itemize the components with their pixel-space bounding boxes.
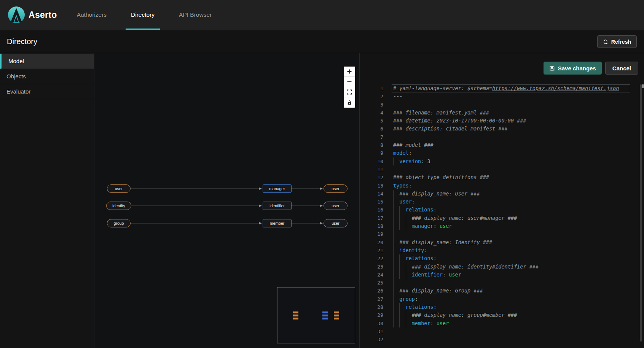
code-line[interactable]: 31 (360, 327, 644, 335)
tab-directory[interactable]: Directory (129, 0, 156, 30)
code-line[interactable]: 12### object type definitions ### (360, 173, 644, 181)
indent-guide (393, 279, 394, 287)
sidebar-item-objects[interactable]: Objects (0, 69, 94, 84)
code-line[interactable]: 22 relations: (360, 254, 644, 262)
indent-guide (399, 263, 400, 271)
code-line[interactable]: 1# yaml-language-server: $schema=https:/… (360, 84, 644, 92)
plus-icon (346, 68, 352, 75)
line-number: 25 (360, 279, 383, 287)
cancel-button[interactable]: Cancel (605, 62, 638, 75)
code-editor[interactable]: 1# yaml-language-server: $schema=https:/… (360, 84, 644, 348)
code-line[interactable]: 26 ### display_name: Group ### (360, 287, 644, 295)
indent-guide (393, 271, 394, 279)
code-token: : (412, 199, 415, 205)
nav-tabs: Authorizers Directory API Browser (75, 0, 214, 30)
code-line[interactable]: 20 ### display_name: Identity ### (360, 238, 644, 246)
zoom-in-button[interactable] (344, 67, 355, 77)
code-line[interactable]: 3 (360, 101, 644, 109)
graph-node-group[interactable]: group (107, 219, 131, 227)
refresh-icon (603, 39, 608, 44)
code-token (393, 215, 412, 221)
line-number: 26 (360, 287, 383, 295)
line-number: 1 (360, 84, 383, 92)
graph-node-user[interactable]: user (107, 184, 131, 193)
graph-node-identifier[interactable]: identifier (263, 202, 292, 210)
sidebar-item-evaluator[interactable]: Evaluator (0, 84, 94, 99)
code-line[interactable]: 6### description: citadel manifest ### (360, 125, 644, 133)
code-line[interactable]: 28 relations: (360, 303, 644, 311)
code-token (393, 158, 399, 164)
code-line[interactable]: 14 ### display_name: User ### (360, 190, 644, 198)
code-token: ### display_name: identity#identifier ##… (412, 264, 539, 270)
save-changes-label: Save changes (558, 65, 596, 72)
code-line[interactable]: 9model: (360, 149, 644, 157)
indent-guide (393, 190, 394, 198)
zoom-out-button[interactable] (344, 77, 355, 87)
graph-node-user[interactable]: user (324, 202, 348, 210)
code-line[interactable]: 29 ### display_name: group#member ### (360, 311, 644, 319)
indent-guide (393, 319, 394, 327)
graph-node-manager[interactable]: manager (263, 184, 292, 193)
code-line[interactable]: 25 (360, 279, 644, 287)
code-line[interactable]: 32 (360, 335, 644, 343)
indent-guide (399, 206, 400, 214)
sidebar-item-model[interactable]: Model (0, 54, 94, 69)
tab-authorizers[interactable]: Authorizers (75, 0, 108, 30)
code-token: user (440, 223, 452, 229)
code-token: user (449, 272, 461, 278)
line-number: 16 (360, 206, 383, 214)
code-line[interactable]: 7 (360, 133, 644, 141)
minimap-node (293, 318, 298, 319)
editor-scrollbar[interactable] (640, 84, 642, 342)
minimap[interactable] (277, 287, 355, 343)
minimap-node (334, 315, 339, 316)
code-line[interactable]: 8### model ### (360, 141, 644, 149)
graph-node-identity[interactable]: identity (106, 202, 131, 210)
code-token: user (437, 320, 449, 326)
cancel-label: Cancel (612, 65, 631, 72)
code-token: ### display_name: Identity ### (399, 239, 492, 245)
graph-node-user[interactable]: user (324, 184, 348, 193)
sidebar: Model Objects Evaluator (0, 53, 94, 348)
code-token: : (434, 255, 437, 261)
code-line[interactable]: 19 (360, 230, 644, 238)
line-number: 30 (360, 319, 383, 327)
indent-guide (406, 214, 406, 222)
code-line[interactable]: 4### filename: manifest.yaml ### (360, 109, 644, 117)
code-token: : (415, 296, 418, 302)
code-line[interactable]: 18 manager: user (360, 222, 644, 230)
save-changes-button[interactable]: Save changes (544, 62, 602, 75)
indent-guide (399, 214, 400, 222)
indent-guide (406, 222, 406, 230)
tab-api-browser[interactable]: API Browser (177, 0, 213, 30)
code-line[interactable]: 17 ### display_name: user#manager ### (360, 214, 644, 222)
code-line[interactable]: 23 ### display_name: identity#identifier… (360, 263, 644, 271)
indent-guide (406, 263, 406, 271)
page-header: Directory Refresh (0, 30, 644, 53)
graph-node-member[interactable]: member (263, 219, 292, 227)
graph-canvas[interactable]: useridentitygroupmanageridentifiermember… (94, 53, 360, 348)
code-token: ### display_name: user#manager ### (412, 215, 517, 221)
refresh-button[interactable]: Refresh (597, 35, 637, 48)
code-line[interactable]: 10 version: 3 (360, 157, 644, 165)
code-line[interactable]: 30 member: user (360, 319, 644, 327)
minimap-node (334, 311, 339, 313)
code-line[interactable]: 11 (360, 165, 644, 173)
graph-node-user[interactable]: user (324, 219, 348, 227)
indent-guide (406, 271, 406, 279)
code-line[interactable]: 13types: (360, 182, 644, 190)
code-line[interactable]: 21 identity: (360, 246, 644, 254)
code-line[interactable]: 5### datetime: 2023-10-17T00:00:00-00:00… (360, 117, 644, 125)
lock-button[interactable] (344, 97, 355, 108)
code-line[interactable]: 16 relations: (360, 206, 644, 214)
code-line[interactable]: 2--- (360, 92, 644, 100)
indent-guide (393, 222, 394, 230)
schema-url-link[interactable]: https://www.topaz.sh/schema/manifest.jso… (492, 85, 619, 91)
fit-view-button[interactable] (344, 87, 355, 97)
code-line[interactable]: 15 user: (360, 198, 644, 206)
line-number: 19 (360, 230, 383, 238)
line-number: 28 (360, 303, 383, 311)
code-line[interactable]: 27 group: (360, 295, 644, 303)
edge-arrowhead-icon (320, 222, 323, 225)
code-line[interactable]: 24 identifier: user (360, 271, 644, 279)
